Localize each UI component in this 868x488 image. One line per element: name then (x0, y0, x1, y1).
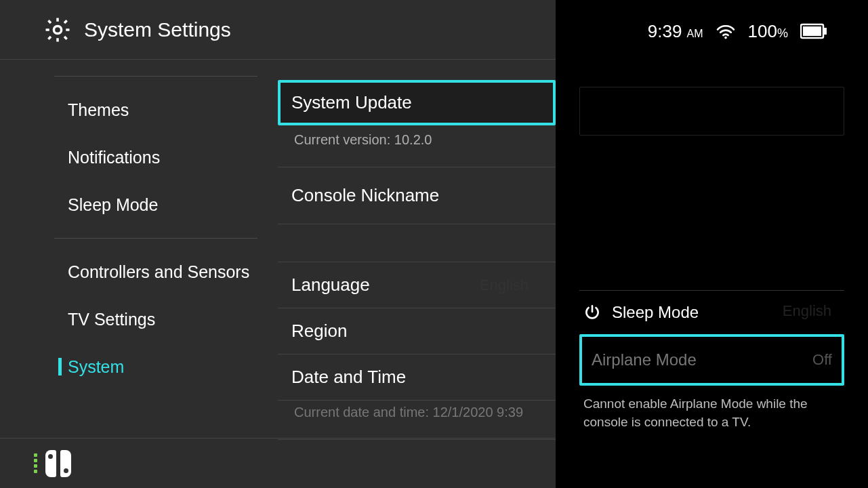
setting-date-time[interactable]: Date and Time (278, 354, 556, 401)
svg-rect-3 (803, 26, 821, 36)
setting-language[interactable]: Language English (278, 262, 556, 308)
separator (579, 290, 844, 291)
power-icon (583, 304, 601, 321)
gear-icon (43, 16, 72, 44)
sidebar-item-label: Controllers and Sensors (68, 262, 249, 282)
setting-system-update-sub: Current version: 10.2.0 (278, 125, 556, 167)
setting-label: System Update (291, 92, 412, 113)
svg-rect-4 (824, 28, 827, 35)
setting-value: English (480, 277, 529, 294)
setting-region[interactable]: Region (278, 308, 556, 354)
svg-point-1 (724, 37, 727, 39)
sidebar-item-label: System (68, 357, 124, 377)
quick-item-label: Sleep Mode (612, 303, 699, 322)
setting-system-update[interactable]: System Update (278, 80, 556, 125)
wifi-icon (716, 23, 736, 39)
quick-item-value: Off (812, 351, 832, 369)
sidebar-item-label: amiibo (68, 60, 118, 62)
sidebar-item-notifications[interactable]: Notifications (54, 134, 257, 181)
footer-left (0, 438, 556, 488)
sidebar-item-system[interactable]: System (54, 343, 257, 390)
separator (54, 238, 257, 239)
sidebar-item-themes[interactable]: Themes (54, 86, 257, 134)
quick-note: Cannot enable Airplane Mode while the co… (579, 386, 844, 431)
quick-airplane-mode[interactable]: Airplane Mode Off (579, 334, 844, 386)
header: System Settings (0, 0, 556, 60)
status-time: 9:39 AM (648, 21, 703, 42)
page-title: System Settings (84, 18, 231, 41)
quick-settings: English Sleep Mode Airplane Mode Off (556, 62, 868, 488)
sidebar-item-controllers[interactable]: Controllers and Sensors (54, 248, 257, 296)
sidebar-item-amiibo[interactable]: amiibo (54, 60, 257, 66)
quick-item-label: Airplane Mode (592, 350, 697, 369)
setting-label: Language (291, 274, 370, 295)
right-panel: 9:39 AM 100% (556, 0, 868, 488)
controller-icon (34, 450, 71, 477)
setting-label: Region (291, 321, 347, 341)
setting-console-nickname[interactable]: Console Nickname (278, 167, 556, 224)
sidebar-item-label: Notifications (68, 148, 160, 167)
settings-content: System Update Current version: 10.2.0 Co… (278, 60, 556, 488)
separator (54, 76, 257, 77)
ghost-row (579, 87, 844, 136)
left-panel: System Settings amiibo Themes Notificati… (0, 0, 556, 488)
setting-label: Console Nickname (291, 185, 439, 205)
status-bar: 9:39 AM 100% (556, 0, 868, 62)
sidebar-item-tv-settings[interactable]: TV Settings (54, 296, 257, 343)
sidebar: amiibo Themes Notifications Sleep Mode C… (0, 60, 278, 488)
sidebar-item-label: Sleep Mode (68, 195, 158, 215)
battery-icon (800, 23, 827, 39)
sidebar-item-label: TV Settings (68, 310, 155, 329)
sidebar-item-sleep-mode[interactable]: Sleep Mode (54, 181, 257, 228)
battery-percent: 100% (748, 21, 788, 42)
setting-label: Date and Time (291, 367, 406, 387)
quick-sleep-mode[interactable]: Sleep Mode (579, 293, 844, 331)
svg-point-0 (54, 26, 61, 33)
setting-date-time-sub: Current date and time: 12/1/2020 9:39 (278, 401, 556, 440)
sidebar-item-label: Themes (68, 100, 129, 120)
spacer (278, 224, 556, 262)
